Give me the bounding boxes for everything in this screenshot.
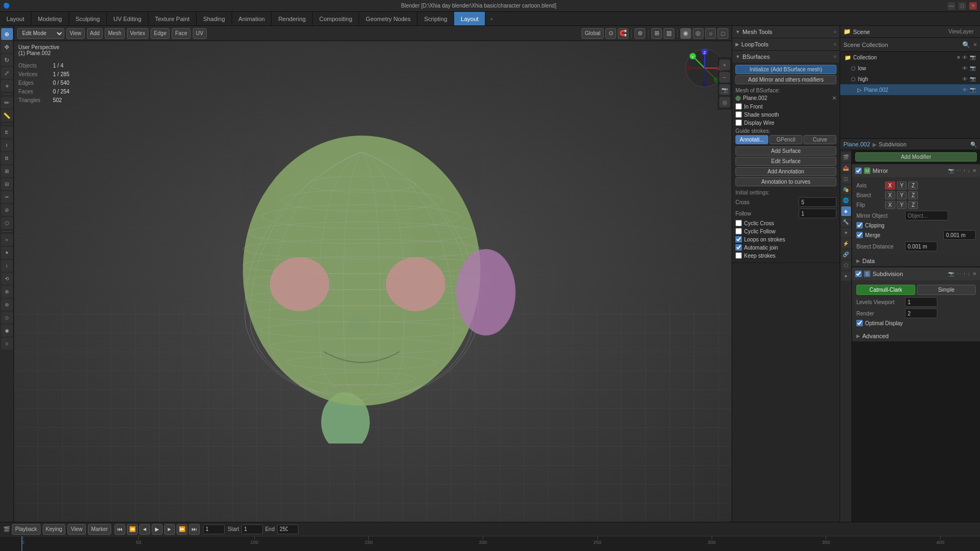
- add-menu[interactable]: Add: [87, 28, 103, 39]
- tool-push-pull[interactable]: ⊜: [1, 299, 13, 311]
- camera-view-icon[interactable]: 📷: [719, 84, 730, 95]
- merge-value-input[interactable]: [943, 230, 976, 240]
- playback-label[interactable]: Playback: [12, 524, 40, 535]
- clipping-checkbox[interactable]: [856, 222, 863, 229]
- mesh-remove-btn[interactable]: ✕: [832, 95, 836, 101]
- mirror-up-icon[interactable]: ↑: [963, 168, 966, 173]
- tab-add-workspace[interactable]: +: [485, 12, 497, 25]
- tool-inset[interactable]: I: [1, 139, 13, 151]
- tab-sculpting[interactable]: Sculpting: [69, 12, 107, 25]
- subdiv-enabled-checkbox[interactable]: [855, 271, 862, 277]
- subdiv-dots-icon[interactable]: ⋯: [956, 271, 961, 277]
- viewport-shading-rendered[interactable]: ○: [705, 28, 716, 39]
- face-menu[interactable]: Face: [172, 28, 190, 39]
- prop-tab-constraints[interactable]: 🔗: [841, 250, 851, 259]
- tool-extrude[interactable]: E: [1, 126, 13, 138]
- tab-modeling[interactable]: Modeling: [31, 12, 69, 25]
- optimal-display-checkbox[interactable]: [856, 320, 863, 326]
- tab-animation[interactable]: Animation: [232, 12, 272, 25]
- tab-geometry-nodes[interactable]: Geometry Nodes: [359, 12, 417, 25]
- maximize-btn[interactable]: □: [958, 2, 966, 10]
- tool-to-sphere[interactable]: ◉: [1, 325, 13, 337]
- prop-tab-render[interactable]: 🎬: [841, 152, 851, 162]
- view-menu[interactable]: View: [66, 28, 85, 39]
- bisect-distance-input[interactable]: [905, 241, 937, 251]
- mirror-camera-icon[interactable]: 📷: [948, 168, 954, 173]
- show-overlays-btn[interactable]: ⊞: [651, 28, 662, 39]
- subdiv-down-icon[interactable]: ↓: [968, 271, 971, 277]
- subdiv-x-btn[interactable]: ✕: [972, 271, 977, 277]
- next-frame-btn[interactable]: ⏩: [177, 524, 187, 535]
- tab-layout-active[interactable]: Layout: [454, 12, 485, 25]
- mesh-menu[interactable]: Mesh: [105, 28, 124, 39]
- outliner-low[interactable]: ⬡ low 👁 📷: [840, 63, 980, 73]
- high-vis-icon[interactable]: 👁: [962, 76, 968, 82]
- prop-tab-view-layer[interactable]: ◫: [841, 174, 851, 184]
- merge-checkbox[interactable]: [856, 232, 863, 238]
- outliner-scene-collection[interactable]: 📁 Collection ■ 👁 📷: [840, 52, 980, 63]
- tool-shrink-fatten[interactable]: ⊛: [1, 286, 13, 298]
- proportional-edit-btn[interactable]: ⊚: [634, 28, 645, 39]
- flip-x-btn[interactable]: X: [885, 201, 895, 209]
- mirror-x-btn[interactable]: ✕: [972, 168, 977, 173]
- tab-shading[interactable]: Shading: [197, 12, 232, 25]
- shade-smooth-checkbox[interactable]: [735, 111, 742, 118]
- keying-label[interactable]: Keying: [43, 524, 66, 535]
- automatic-join-checkbox[interactable]: [735, 244, 742, 251]
- tab-layout[interactable]: Layout: [0, 12, 31, 25]
- mirror-y-axis-btn[interactable]: Y: [897, 182, 907, 190]
- prev-keyframe-btn[interactable]: ◄: [139, 524, 150, 535]
- timeline-view-label[interactable]: View: [67, 524, 86, 535]
- collection-visibility-icon[interactable]: 👁: [962, 55, 968, 61]
- play-btn[interactable]: ▶: [152, 524, 163, 535]
- bisect-x-btn[interactable]: X: [885, 191, 895, 199]
- prop-tab-object[interactable]: ◈: [841, 206, 851, 216]
- simple-btn[interactable]: Simple: [917, 285, 976, 295]
- guide-tab-annotati[interactable]: Annotati...: [735, 135, 768, 144]
- add-annotation-btn[interactable]: Add Annotation: [735, 167, 836, 176]
- low-vis-icon[interactable]: 👁: [962, 65, 968, 71]
- guide-tab-curve[interactable]: Curve: [803, 135, 836, 144]
- prev-frame-btn[interactable]: ⏪: [127, 524, 138, 535]
- mode-select[interactable]: Edit Mode Object Mode: [17, 28, 64, 39]
- tool-cursor[interactable]: ⊕: [1, 28, 13, 40]
- tool-knife[interactable]: ✂: [1, 191, 13, 203]
- tool-randomize[interactable]: ⁕: [1, 247, 13, 259]
- next-keyframe-btn[interactable]: ►: [164, 524, 175, 535]
- subdiv-up-icon[interactable]: ↑: [963, 271, 966, 277]
- plane002-render-icon[interactable]: 📷: [970, 87, 976, 92]
- mirror-z-axis-btn[interactable]: Z: [908, 182, 918, 190]
- marker-label[interactable]: Marker: [88, 524, 111, 535]
- keep-strokes-checkbox[interactable]: [735, 252, 742, 259]
- viewport-shading-material[interactable]: ◎: [693, 28, 704, 39]
- pivot-btn[interactable]: ⊙: [605, 28, 616, 39]
- bisect-y-btn[interactable]: Y: [897, 191, 907, 199]
- mirror-down-icon[interactable]: ↓: [968, 168, 971, 173]
- high-render-icon[interactable]: 📷: [970, 76, 976, 82]
- uv-menu[interactable]: UV: [193, 28, 207, 39]
- tab-uv-editing[interactable]: UV Editing: [107, 12, 148, 25]
- low-render-icon[interactable]: 📷: [970, 65, 976, 71]
- loop-tools-menu-icon[interactable]: ≡: [834, 42, 836, 47]
- tool-slide[interactable]: ↕: [1, 260, 13, 272]
- tool-rip[interactable]: ⌽: [1, 338, 13, 350]
- follow-input[interactable]: [799, 209, 836, 218]
- zoom-out-icon[interactable]: −: [719, 72, 730, 83]
- mesh-tools-menu-icon[interactable]: ≡: [834, 29, 836, 35]
- plane002-vis-icon[interactable]: 👁: [962, 87, 968, 93]
- tool-bisect[interactable]: ⊘: [1, 204, 13, 216]
- tool-move[interactable]: ✥: [1, 41, 13, 53]
- add-modifier-btn[interactable]: Add Modifier: [855, 152, 977, 162]
- tab-rendering[interactable]: Rendering: [272, 12, 313, 25]
- levels-viewport-input[interactable]: [905, 297, 937, 307]
- minimize-btn[interactable]: —: [948, 2, 955, 10]
- flip-z-btn[interactable]: Z: [908, 201, 918, 209]
- prop-tab-material[interactable]: ●: [841, 271, 851, 281]
- tool-annotate[interactable]: ✏: [1, 97, 13, 109]
- annotation-to-curves-btn[interactable]: Annotation to curves: [735, 177, 836, 186]
- subdiv-camera-icon[interactable]: 📷: [948, 271, 954, 277]
- viewport-shading-solid[interactable]: ◉: [680, 28, 691, 39]
- mirror-object-input[interactable]: [905, 211, 948, 220]
- zoom-in-icon[interactable]: +: [719, 59, 730, 70]
- catmull-clark-btn[interactable]: Catmull-Clark: [856, 285, 915, 295]
